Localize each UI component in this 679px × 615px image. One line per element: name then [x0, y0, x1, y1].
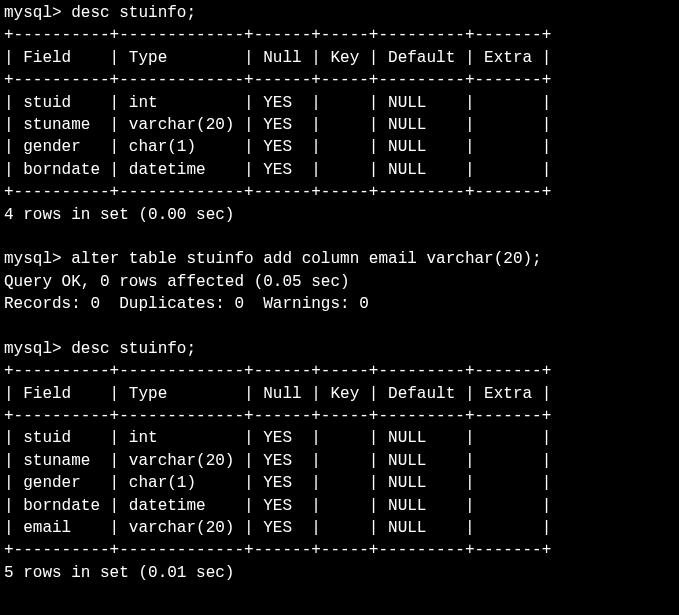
command-desc-2: desc stuinfo;: [71, 340, 196, 358]
table1-header: | Field | Type | Null | Key | Default | …: [4, 49, 551, 67]
table2-header: | Field | Type | Null | Key | Default | …: [4, 385, 551, 403]
table2-footer: 5 rows in set (0.01 sec): [4, 564, 234, 582]
table2-row: | gender | char(1) | YES | | NULL | |: [4, 474, 551, 492]
alter-result-1: Query OK, 0 rows affected (0.05 sec): [4, 273, 350, 291]
command-alter: alter table stuinfo add column email var…: [71, 250, 541, 268]
table1-row: | stuid | int | YES | | NULL | |: [4, 94, 551, 112]
table1-row: | stuname | varchar(20) | YES | | NULL |…: [4, 116, 551, 134]
table1-border-bottom: +----------+-------------+------+-----+-…: [4, 183, 551, 201]
table1-border-top: +----------+-------------+------+-----+-…: [4, 26, 551, 44]
table1-footer: 4 rows in set (0.00 sec): [4, 206, 234, 224]
table1-border-mid: +----------+-------------+------+-----+-…: [4, 71, 551, 89]
table1-row: | gender | char(1) | YES | | NULL | |: [4, 138, 551, 156]
table2-border-mid: +----------+-------------+------+-----+-…: [4, 407, 551, 425]
table1-row: | borndate | datetime | YES | | NULL | |: [4, 161, 551, 179]
prompt: mysql>: [4, 250, 62, 268]
table2-border-top: +----------+-------------+------+-----+-…: [4, 362, 551, 380]
prompt: mysql>: [4, 4, 62, 22]
table2-row: | email | varchar(20) | YES | | NULL | |: [4, 519, 551, 537]
table2-border-bottom: +----------+-------------+------+-----+-…: [4, 541, 551, 559]
alter-result-2: Records: 0 Duplicates: 0 Warnings: 0: [4, 295, 369, 313]
prompt: mysql>: [4, 340, 62, 358]
table2-row: | borndate | datetime | YES | | NULL | |: [4, 497, 551, 515]
table2-row: | stuid | int | YES | | NULL | |: [4, 429, 551, 447]
table2-row: | stuname | varchar(20) | YES | | NULL |…: [4, 452, 551, 470]
command-desc-1: desc stuinfo;: [71, 4, 196, 22]
terminal-output[interactable]: mysql> desc stuinfo; +----------+-------…: [0, 0, 679, 586]
